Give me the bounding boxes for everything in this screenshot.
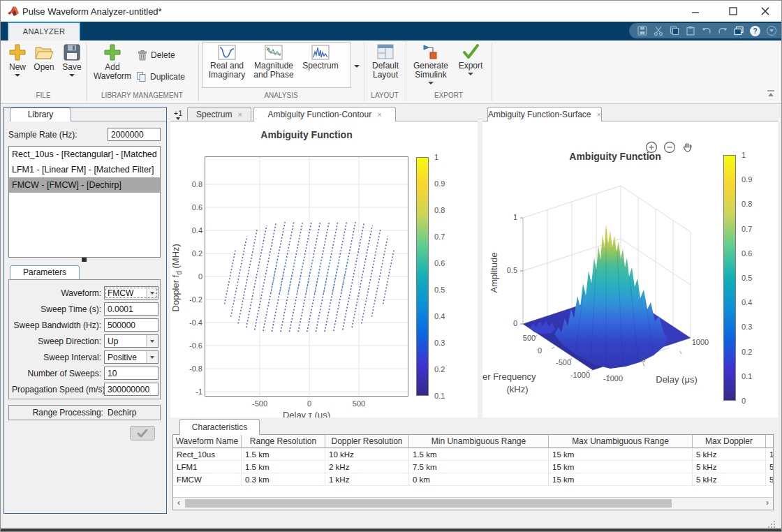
sweep-direction-label: Sweep Direction: <box>12 337 101 346</box>
tab-analyzer[interactable]: ANALYZER <box>8 22 80 40</box>
add-waveform-icon <box>103 43 121 61</box>
chevron-down-icon <box>146 335 158 347</box>
titlebar: Pulse Waveform Analyzer-untitled* <box>1 1 781 22</box>
tab-ambiguity-function-surface[interactable]: Ambiguity Function-Surface × <box>487 107 602 121</box>
range-processing-label: Range Processing: <box>33 408 103 418</box>
add-waveform-button[interactable]: Add Waveform <box>93 43 132 81</box>
list-item[interactable]: LFM1 - [Linear FM] - [Matched Filter] <box>9 162 160 177</box>
tab-ambiguity-function-contour[interactable]: Ambiguity Function-Contour × <box>253 107 396 121</box>
qat-cut-icon[interactable] <box>654 26 663 36</box>
column-header[interactable]: Min Unambiguous Range <box>409 435 549 448</box>
table-cell: 15 km <box>549 461 693 473</box>
open-icon <box>34 43 54 61</box>
propagation-speed-input[interactable]: 300000000 <box>104 383 158 396</box>
list-item-selected[interactable]: FMCW - [FMCW] - [Dechirp] <box>9 177 160 193</box>
spectrum-button[interactable]: Spectrum <box>298 45 343 71</box>
magnitude-and-phase-button[interactable]: Magnitude and Phase <box>251 45 297 80</box>
spectrum-label: Spectrum <box>302 61 338 71</box>
qat-redo-icon[interactable] <box>718 26 728 36</box>
contour-colorbar <box>416 157 429 396</box>
tab-library[interactable]: Library <box>10 108 71 121</box>
minimize-button[interactable] <box>679 1 711 22</box>
export-button[interactable]: Export <box>455 43 487 75</box>
new-icon <box>8 43 27 61</box>
maximize-button[interactable] <box>717 1 749 22</box>
horizontal-scrollbar[interactable]: ‹ › <box>173 497 773 510</box>
contour-axes <box>205 157 408 396</box>
sweep-bandwidth-input[interactable]: 500000 <box>104 318 158 332</box>
apply-button[interactable] <box>130 426 155 441</box>
open-label: Open <box>34 63 54 72</box>
duplicate-button[interactable]: Duplicate <box>136 71 185 82</box>
column-header[interactable] <box>766 435 774 448</box>
waveform-listbox[interactable]: Rect_10us - [Rectangular] - [Matched F..… <box>8 146 161 258</box>
sweep-time-input[interactable]: 0.0001 <box>104 302 158 316</box>
generate-simulink-label: Generate Simulink <box>410 61 452 80</box>
magnitude-and-phase-label: Magnitude and Phase <box>251 61 297 80</box>
column-header[interactable]: Doppler Resolution <box>325 435 409 448</box>
save-dropdown-caret-icon[interactable] <box>69 74 75 77</box>
qat-save-icon[interactable] <box>637 26 647 36</box>
analysis-gallery-caret-icon[interactable] <box>354 65 360 68</box>
new-button[interactable]: New <box>5 43 30 77</box>
sweep-direction-dropdown[interactable]: Up <box>104 334 158 348</box>
qat-paste-icon[interactable] <box>686 26 695 36</box>
column-header[interactable]: Max Doppler <box>693 435 766 448</box>
surface-xtick: 0 <box>635 355 651 364</box>
sweep-interval-dropdown[interactable]: Positive <box>104 350 158 364</box>
characteristics-table: Waveform Name Range Resolution Doppler R… <box>173 435 774 486</box>
collapse-ribbon-icon[interactable] <box>766 89 776 98</box>
waveform-dropdown[interactable]: FMCW <box>104 286 158 300</box>
open-button[interactable]: Open <box>31 43 57 72</box>
qat-copy-icon[interactable] <box>670 26 679 36</box>
generate-simulink-caret-icon[interactable] <box>428 82 434 84</box>
save-label: Save <box>62 63 81 72</box>
new-dropdown-caret-icon[interactable] <box>15 74 20 77</box>
scroll-right-button[interactable]: › <box>762 498 773 509</box>
close-button[interactable] <box>749 1 781 22</box>
default-layout-button[interactable]: Default Layout <box>367 43 404 80</box>
tab-close-icon[interactable]: × <box>596 111 600 118</box>
surface-plot-title: Ambiguity Function <box>510 151 720 162</box>
waveform-value: FMCW <box>105 288 146 298</box>
splitter-grip[interactable] <box>82 258 87 262</box>
tab-contour-label: Ambiguity Function-Contour <box>267 110 371 119</box>
qat-dropdown-icon[interactable] <box>767 26 776 36</box>
column-header[interactable]: Max Unambiguous Range <box>549 435 693 448</box>
real-and-imaginary-button[interactable]: Real and Imaginary <box>205 45 249 80</box>
number-of-sweeps-input[interactable]: 10 <box>104 367 158 380</box>
help-icon[interactable]: ? <box>750 26 760 36</box>
tab-parameters[interactable]: Parameters <box>10 265 80 279</box>
sweep-direction-value: Up <box>105 337 146 346</box>
column-header[interactable]: Waveform Name <box>173 435 242 448</box>
qat-undo-icon[interactable] <box>702 26 711 36</box>
export-caret-icon[interactable] <box>468 73 473 75</box>
tab-characteristics[interactable]: Characteristics <box>179 419 260 435</box>
sample-rate-input[interactable]: 2000000 <box>108 128 161 141</box>
tab-overflow-control[interactable]: +1 <box>171 108 185 121</box>
default-layout-icon <box>376 43 394 60</box>
column-header[interactable]: Range Resolution <box>242 435 325 448</box>
table-cell: 7.5 km <box>409 461 549 473</box>
save-button[interactable]: Save <box>59 43 84 77</box>
scrollbar-thumb[interactable] <box>185 499 672 508</box>
analysis-group-label: ANALYSIS <box>198 91 364 99</box>
surface-xtick: -1000 <box>596 374 630 383</box>
resize-grip[interactable] <box>767 520 776 529</box>
tab-close-icon[interactable]: × <box>237 111 242 118</box>
tab-spectrum[interactable]: Spectrum × <box>187 107 251 121</box>
generate-simulink-button[interactable]: Generate Simulink <box>410 43 452 84</box>
param-row: Waveform: FMCW <box>12 286 157 300</box>
param-row: Sweep Time (s): 0.0001 <box>12 302 157 316</box>
table-cell: 5 kHz <box>693 448 766 461</box>
param-row: Sweep Direction: Up <box>12 334 157 348</box>
list-item[interactable]: Rect_10us - [Rectangular] - [Matched F..… <box>9 147 160 162</box>
qat-layout-window-icon[interactable] <box>734 26 744 36</box>
layout-group-label: LAYOUT <box>364 91 406 99</box>
ribbon: New Open Save FILE Add Waveform Delete D… <box>1 40 781 104</box>
delete-button[interactable]: Delete <box>138 50 175 61</box>
tab-close-icon[interactable]: × <box>377 111 381 118</box>
default-layout-label: Default Layout <box>367 61 404 80</box>
parameters-box: Waveform: FMCW Sweep Time (s): 0.0001 Sw… <box>8 279 161 399</box>
scroll-left-button[interactable]: ‹ <box>173 498 184 509</box>
